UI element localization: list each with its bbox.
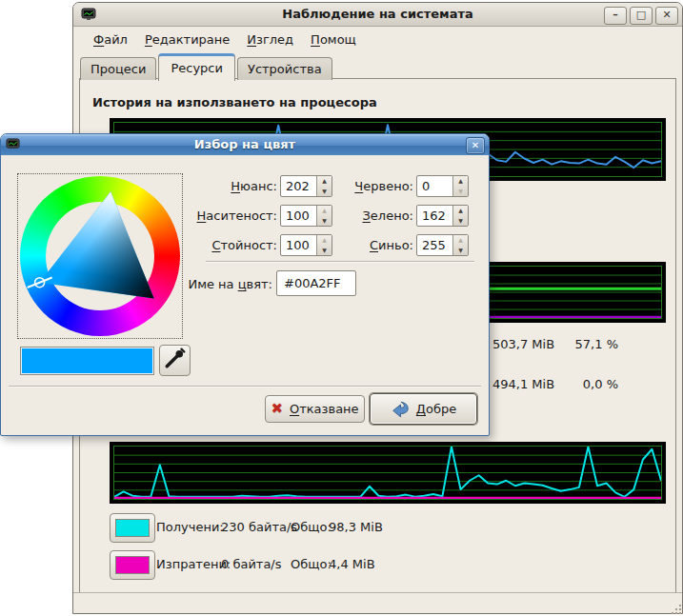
green-spinbutton[interactable]: 162 <box>416 205 469 227</box>
cpu-history-heading: История на използването на процесора <box>92 95 377 109</box>
system-monitor-app-icon <box>81 7 96 22</box>
received-rate: 230 байта/s <box>221 520 297 534</box>
green-spin-up-icon[interactable] <box>453 206 468 216</box>
red-spin-down-icon[interactable] <box>453 187 468 197</box>
received-color-swatch <box>115 519 150 537</box>
saturation-label: Наситеност: <box>182 205 277 227</box>
memory-percent-value: 57,1 % <box>571 337 618 351</box>
network-history-plot <box>114 447 661 499</box>
value-value[interactable]: 100 <box>281 235 316 255</box>
ok-button-label: Добре <box>416 402 456 416</box>
close-button[interactable]: ✕ <box>655 7 678 25</box>
menu-edit[interactable]: Редактиране <box>136 30 238 50</box>
received-total: 98,3 MiB <box>329 520 383 534</box>
sent-color-swatch <box>115 556 150 574</box>
received-label: Получени: <box>156 520 224 534</box>
current-color-preview <box>20 347 154 375</box>
window-title: Наблюдение на системата <box>73 7 682 21</box>
color-picker-dialog: Избор на цвят ✕ Нюанс: 202 Наситеност: <box>0 133 490 436</box>
eyedropper-icon <box>160 346 188 373</box>
fields-separator <box>206 261 474 263</box>
green-value[interactable]: 162 <box>417 206 452 226</box>
blue-value[interactable]: 255 <box>417 235 452 255</box>
received-total-label: Общо: <box>291 520 331 534</box>
memory-total-value: 503,7 MiB <box>492 337 554 351</box>
minimize-icon: – <box>613 9 618 21</box>
swap-total-value: 494,1 MiB <box>492 377 554 391</box>
cancel-x-icon: ✖ <box>271 402 283 416</box>
dialog-close-icon: ✕ <box>472 140 479 150</box>
blue-spin-down-icon[interactable] <box>453 246 468 256</box>
minimize-button[interactable]: – <box>604 7 627 25</box>
sent-label: Изпратени: <box>156 557 231 571</box>
menu-help[interactable]: Помощ <box>302 30 365 50</box>
red-spin-up-icon[interactable] <box>453 176 468 187</box>
color-name-input[interactable]: #00A2FF <box>276 270 356 296</box>
main-titlebar[interactable]: Наблюдение на системата – □ ✕ <box>73 3 682 27</box>
network-history-chart <box>110 442 666 504</box>
green-spin-down-icon[interactable] <box>453 216 468 227</box>
dialog-app-icon <box>6 137 20 151</box>
tab-resources[interactable]: Ресурси <box>158 53 235 81</box>
sent-rate: 0 байта/s <box>221 557 282 571</box>
sent-color-button[interactable] <box>110 550 155 580</box>
blue-spin-up-icon[interactable] <box>453 235 468 246</box>
statusbar <box>73 592 682 613</box>
tab-processes[interactable]: Процеси <box>80 57 156 80</box>
eyedropper-button[interactable] <box>159 345 191 376</box>
blue-label: Синьо: <box>318 234 413 256</box>
menu-file[interactable]: Файл <box>85 30 136 50</box>
green-label: Зелено: <box>318 205 413 227</box>
close-icon: ✕ <box>662 9 671 21</box>
dialog-close-button[interactable]: ✕ <box>466 137 485 154</box>
cancel-button-label: Отказване <box>290 402 359 416</box>
tabstrip: Процеси Ресурси Устройства <box>80 51 334 80</box>
menu-view[interactable]: Изглед <box>238 30 302 50</box>
dialog-title: Избор на цвят <box>1 137 489 151</box>
ok-button[interactable]: Добре <box>370 393 477 425</box>
dialog-titlebar[interactable]: Избор на цвят ✕ <box>1 134 489 155</box>
sent-total-label: Общо: <box>291 557 331 571</box>
value-label: Стойност: <box>182 234 277 256</box>
maximize-icon: □ <box>636 9 646 21</box>
menubar: Файл Редактиране Изглед Помощ <box>73 27 682 51</box>
tab-devices[interactable]: Устройства <box>237 57 332 80</box>
color-name-label: Име на цвят: <box>184 273 272 295</box>
swap-percent-value: 0,0 % <box>571 377 618 391</box>
sv-triangle[interactable] <box>18 174 184 340</box>
red-spinbutton[interactable]: 0 <box>416 175 469 197</box>
cancel-button[interactable]: ✖ Отказване <box>265 395 365 423</box>
hue-value[interactable]: 202 <box>281 176 316 196</box>
sent-total: 4,4 MiB <box>329 557 375 571</box>
blue-spinbutton[interactable]: 255 <box>416 234 469 256</box>
buttons-separator <box>9 386 481 387</box>
ok-arrow-icon <box>391 401 410 418</box>
resize-grip[interactable] <box>672 605 673 606</box>
received-color-button[interactable] <box>110 513 155 543</box>
hue-label: Нюанс: <box>182 175 277 197</box>
saturation-value[interactable]: 100 <box>281 206 316 226</box>
red-value[interactable]: 0 <box>417 176 452 196</box>
hsv-color-wheel[interactable] <box>17 173 183 339</box>
maximize-button[interactable]: □ <box>630 7 653 25</box>
red-label: Червено: <box>318 175 413 197</box>
